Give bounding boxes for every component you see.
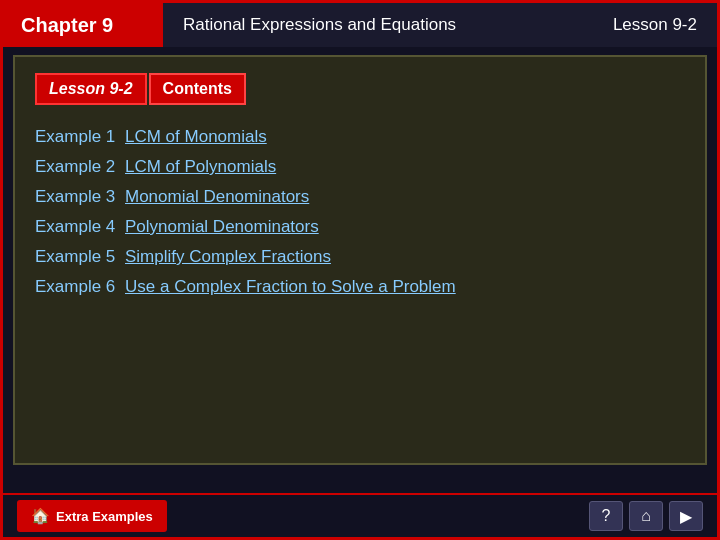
chapter-label: Chapter 9 bbox=[3, 3, 163, 47]
home-button[interactable]: ⌂ bbox=[629, 501, 663, 531]
example-desc-1: LCM of Monomials bbox=[125, 127, 267, 146]
example-number-5: Example 5 bbox=[35, 247, 125, 267]
help-button[interactable]: ? bbox=[589, 501, 623, 531]
example-number-3: Example 3 bbox=[35, 187, 125, 207]
list-item: Example 1LCM of Monomials bbox=[35, 127, 685, 147]
example-link-5[interactable]: Example 5Simplify Complex Fractions bbox=[35, 247, 331, 267]
home-icon: 🏠 bbox=[31, 507, 50, 525]
contents-label: Contents bbox=[149, 73, 246, 105]
lesson-label: Lesson 9-2 bbox=[35, 73, 147, 105]
example-link-6[interactable]: Example 6Use a Complex Fraction to Solve… bbox=[35, 277, 456, 297]
nav-buttons: ? ⌂ ▶ bbox=[589, 501, 703, 531]
header: Chapter 9 Rational Expressions and Equat… bbox=[3, 3, 717, 47]
list-item: Example 3Monomial Denominators bbox=[35, 187, 685, 207]
header-lesson-label: Lesson 9-2 bbox=[593, 3, 717, 47]
bottom-bar: 🏠 Extra Examples ? ⌂ ▶ bbox=[3, 493, 717, 537]
example-desc-4: Polynomial Denominators bbox=[125, 217, 319, 236]
example-desc-2: LCM of Polynomials bbox=[125, 157, 276, 176]
lesson-contents-bar: Lesson 9-2 Contents bbox=[35, 73, 685, 105]
example-number-6: Example 6 bbox=[35, 277, 125, 297]
header-title: Rational Expressions and Equations bbox=[163, 3, 593, 47]
example-link-2[interactable]: Example 2LCM of Polynomials bbox=[35, 157, 276, 177]
example-list: Example 1LCM of MonomialsExample 2LCM of… bbox=[35, 127, 685, 297]
example-number-1: Example 1 bbox=[35, 127, 125, 147]
next-button[interactable]: ▶ bbox=[669, 501, 703, 531]
list-item: Example 4Polynomial Denominators bbox=[35, 217, 685, 237]
extra-examples-label: Extra Examples bbox=[56, 509, 153, 524]
list-item: Example 5Simplify Complex Fractions bbox=[35, 247, 685, 267]
example-link-4[interactable]: Example 4Polynomial Denominators bbox=[35, 217, 319, 237]
example-number-4: Example 4 bbox=[35, 217, 125, 237]
example-desc-5: Simplify Complex Fractions bbox=[125, 247, 331, 266]
main-content: Lesson 9-2 Contents Example 1LCM of Mono… bbox=[13, 55, 707, 465]
list-item: Example 2LCM of Polynomials bbox=[35, 157, 685, 177]
example-number-2: Example 2 bbox=[35, 157, 125, 177]
example-desc-6: Use a Complex Fraction to Solve a Proble… bbox=[125, 277, 456, 296]
example-link-1[interactable]: Example 1LCM of Monomials bbox=[35, 127, 267, 147]
example-desc-3: Monomial Denominators bbox=[125, 187, 309, 206]
outer-frame: Chapter 9 Rational Expressions and Equat… bbox=[0, 0, 720, 540]
extra-examples-button[interactable]: 🏠 Extra Examples bbox=[17, 500, 167, 532]
list-item: Example 6Use a Complex Fraction to Solve… bbox=[35, 277, 685, 297]
example-link-3[interactable]: Example 3Monomial Denominators bbox=[35, 187, 309, 207]
